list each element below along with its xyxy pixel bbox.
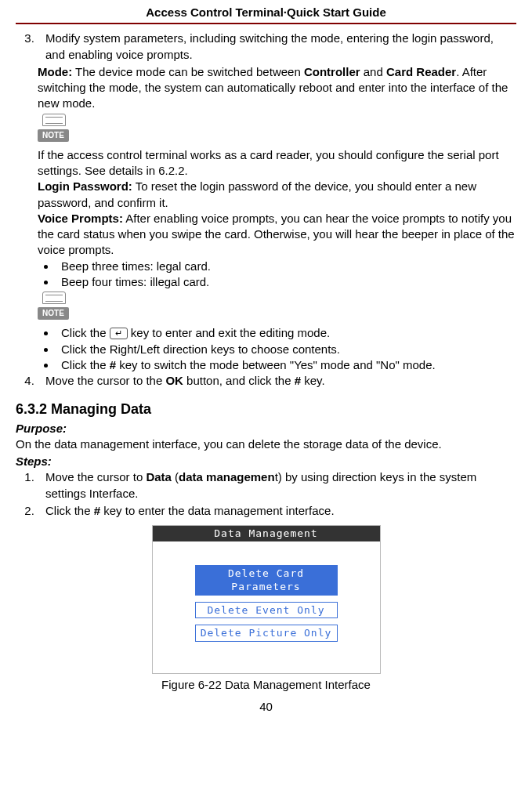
s1-pre: Move the cursor to [45,470,146,483]
s4-pre: Move the cursor to the [45,374,165,387]
s1-b1: Data [146,470,172,483]
note2c: Click the # key to switch the mode betwe… [56,357,516,373]
s4-hash: # [295,374,301,387]
delete-event-only-button[interactable]: Delete Event Only [195,602,338,619]
vp-label: Voice Prompts: [38,212,123,225]
purpose-label: Purpose: [16,421,516,436]
s1-b2: data managemen [179,470,275,483]
note-icon: NOTE [38,114,69,142]
mode-t1: The device mode can be switched between [72,65,304,78]
mode-b1: Controller [304,65,360,78]
sec-step-2: Click the # key to enter the data manage… [38,503,516,519]
s2-pre: Click the [45,504,94,517]
page-number: 40 [16,699,516,715]
mode-mid: and [360,65,386,78]
figure-caption: Figure 6-22 Data Management Interface [16,677,516,693]
s4-ok: OK [165,374,183,387]
step3-details: Mode: The device mode can be switched be… [38,64,516,259]
note2-wrap: NOTE [38,290,516,325]
note2a-pre: Click the [61,326,110,339]
sec-step-1: Move the cursor to Data (data management… [38,469,516,502]
step-3: Modify system parameters, including swit… [38,31,516,63]
ui-screenshot: Data Management Delete Card Parameters D… [152,525,381,674]
s4-mid: button, and click the [183,374,295,387]
enter-key-icon: ↵ [110,328,128,339]
note-label: NOTE [38,129,69,142]
s1-mid1: ( [172,470,179,483]
note2-list: Click the ↵ key to enter and exit the ed… [16,325,516,373]
page-header: Access Control Terminal·Quick Start Guid… [16,5,516,24]
step-list: Modify system parameters, including swit… [16,31,516,63]
purpose-text: On the data management interface, you ca… [16,436,516,452]
step-list-4: Move the cursor to the OK button, and cl… [16,373,516,389]
s2-post: key to enter the data management interfa… [100,504,335,517]
delete-card-parameters-button[interactable]: Delete Card Parameters [195,565,338,596]
note2c-hash: # [110,358,116,371]
caption-pre: Figure 6-22 [161,678,222,691]
steps-label: Steps: [16,454,516,469]
screenshot-body: Delete Card Parameters Delete Event Only… [153,541,380,673]
s2-hash: # [94,504,100,517]
screenshot-title: Data Management [153,526,380,541]
section-title: 6.3.2 Managing Data [16,400,516,418]
note2c-pre: Click the [61,358,110,371]
login-label: Login Password: [38,179,132,193]
beep-1: Beep three times: legal card. [56,259,516,274]
vp-line: Voice Prompts: After enabling voice prom… [38,211,516,259]
login-line: Login Password: To reset the login passw… [38,179,516,211]
note2a-post: key to enter and exit the editing mode. [128,326,331,339]
note-icon: NOTE [38,292,69,320]
s4-post: key. [301,374,325,387]
note2a: Click the ↵ key to enter and exit the ed… [56,325,516,341]
mode-b2: Card Reader [386,65,456,78]
caption-post: Data Management Interface [222,678,371,691]
sec-steps: Move the cursor to Data (data management… [16,469,516,519]
beep-list: Beep three times: legal card. Beep four … [16,259,516,291]
note-label: NOTE [38,307,69,320]
beep-2: Beep four times: illegal card. [56,274,516,290]
delete-picture-only-button[interactable]: Delete Picture Only [195,625,338,642]
note1-text: If the access control terminal works as … [38,147,516,179]
mode-label: Mode: [38,65,72,78]
step-4: Move the cursor to the OK button, and cl… [38,373,516,389]
step3-text: Modify system parameters, including swit… [45,31,494,60]
mode-line: Mode: The device mode can be switched be… [38,64,516,112]
note2c-post: key to switch the mode between "Yes" mod… [116,358,436,371]
note2b: Click the Right/Left direction keys to c… [56,342,516,357]
